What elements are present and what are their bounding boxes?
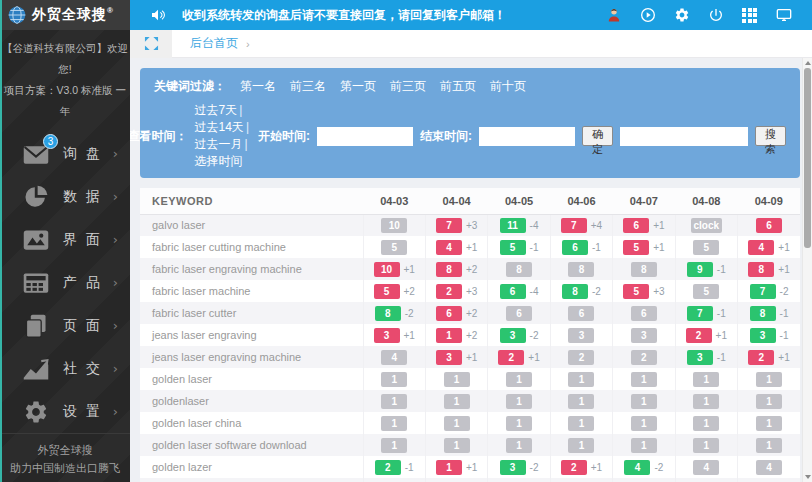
chevron-right-icon: ›	[113, 275, 118, 290]
vertical-scrollbar[interactable]	[802, 58, 812, 482]
rank-change-value: +2	[466, 308, 477, 319]
rank-badge-green: 4	[624, 460, 650, 475]
rank-cell: 8-2	[363, 302, 425, 324]
rank-badge-gray: 1	[756, 372, 782, 387]
time-filter-option[interactable]: 过去7天	[195, 103, 238, 117]
breadcrumb-home-link[interactable]: 后台首页	[190, 35, 238, 52]
rank-change-value: -2	[780, 286, 789, 297]
inquiry-count-badge: 3	[43, 134, 58, 149]
keyword-cell: fabric laser cutter	[140, 302, 363, 324]
rank-badge-gray: 3	[631, 328, 657, 343]
rank-cell: 8-2	[550, 280, 612, 302]
rank-badge-gray: 1	[568, 438, 594, 453]
gear-icon[interactable]	[673, 7, 690, 24]
rank-badge-gray: 10	[381, 218, 407, 233]
rank-badge-gray: 1	[444, 416, 470, 431]
rank-change-value: -4	[530, 286, 539, 297]
rank-change-value: +1	[404, 264, 415, 275]
confirm-button[interactable]: 确定	[582, 126, 613, 146]
sidebar-item-settings[interactable]: 设置 ›	[0, 390, 130, 433]
time-filter-option[interactable]: 选择时间	[195, 154, 243, 168]
rank-cell: 8+2	[425, 258, 487, 280]
keyword-search-input[interactable]	[620, 127, 748, 146]
rank-cell: 3-2	[488, 456, 550, 478]
power-icon[interactable]	[707, 7, 724, 24]
rank-badge-gray: 1	[444, 394, 470, 409]
rank-badge-green: 8	[375, 306, 401, 321]
sidebar-item-product[interactable]: 产品 ›	[0, 261, 130, 304]
rank-badge-gray: 1	[693, 372, 719, 387]
rank-badge-gray: 1	[506, 416, 532, 431]
keyword-cell: fabric laser engraving machine	[140, 258, 363, 280]
keyword-filter-option[interactable]: 前十页	[490, 79, 526, 93]
keyword-filter-label: 关键词过滤：	[154, 78, 226, 95]
keyword-filter-option[interactable]: 前三名	[290, 79, 326, 93]
sidebar-menu: 3 询盘 › 数据 › 界面 ›	[0, 132, 130, 433]
rank-badge-gray: 3	[568, 328, 594, 343]
rank-badge-red: 3	[436, 350, 462, 365]
rank-change-value: -2	[592, 286, 601, 297]
rank-cell: 5+2	[363, 280, 425, 302]
rank-cell: 4	[363, 346, 425, 368]
time-filter-option[interactable]: 过去一月	[195, 137, 243, 151]
rank-badge-red: 2	[436, 284, 462, 299]
rank-cell: 1	[613, 412, 675, 434]
rank-cell: 2-1	[363, 456, 425, 478]
rank-badge-green: 3	[687, 350, 713, 365]
gear-icon	[22, 399, 50, 425]
rank-cell: 1	[425, 390, 487, 412]
rank-cell: 7+4	[550, 214, 612, 236]
sidebar-item-data[interactable]: 数据 ›	[0, 175, 130, 218]
rank-cell: 6	[613, 302, 675, 324]
column-header-date: 04-09	[738, 188, 800, 214]
footer-slogan: 助力中国制造出口腾飞	[0, 459, 130, 477]
keyword-cell: golden laser	[140, 368, 363, 390]
rank-cell: 5	[675, 280, 737, 302]
rank-cell: 8-1	[738, 302, 800, 324]
rank-cell: 6+1	[613, 214, 675, 236]
sidebar-welcome: 【谷道科技有限公司】欢迎您! 项目方案：V3.0 标准版 一年	[0, 30, 130, 132]
monitor-icon[interactable]	[775, 7, 792, 24]
start-time-input[interactable]	[317, 127, 413, 146]
scrollbar-thumb[interactable]	[804, 68, 811, 248]
rank-cell: 5-1	[488, 236, 550, 258]
sidebar-item-social[interactable]: 社交 ›	[0, 347, 130, 390]
company-welcome-text: 【谷道科技有限公司】欢迎您!	[2, 38, 128, 80]
sidebar-item-interface[interactable]: 界面 ›	[0, 218, 130, 261]
keyword-filter-option[interactable]: 前三页	[390, 79, 426, 93]
keyword-filter-option[interactable]: 前五页	[440, 79, 476, 93]
globe-logo-icon	[7, 5, 27, 25]
rank-change-value: -1	[717, 352, 726, 363]
rank-change-value: +1	[716, 330, 727, 341]
time-filter-option[interactable]: 过去14天	[195, 120, 244, 134]
rank-cell: 1	[675, 434, 737, 456]
search-button[interactable]: 搜索	[755, 126, 786, 146]
rank-cell: 1	[425, 478, 487, 482]
table-row: fabric laser machine5+22+36-48-25+357-2	[140, 280, 800, 302]
rank-badge-gray: 5	[693, 240, 719, 255]
rank-change-value: -2	[530, 462, 539, 473]
app-window: 外贸全球搜® 【谷道科技有限公司】欢迎您! 项目方案：V3.0 标准版 一年 3…	[0, 0, 812, 482]
keyword-filter-options: 第一名前三名第一页前三页前五页前十页	[226, 78, 526, 95]
rank-change-value: -2	[530, 330, 539, 341]
keyword-filter-option[interactable]: 第一名	[240, 79, 276, 93]
scroll-down-arrow-icon[interactable]	[805, 475, 811, 479]
end-time-input[interactable]	[479, 127, 575, 146]
rank-badge-red: 5	[623, 284, 649, 299]
play-circle-icon[interactable]	[639, 7, 656, 24]
sidebar-item-label: 数据	[63, 188, 113, 206]
sidebar-item-pages[interactable]: 页面 ›	[0, 304, 130, 347]
sidebar-item-inquiry[interactable]: 3 询盘 ›	[0, 132, 130, 175]
rank-badge-red: 6	[436, 306, 462, 321]
apps-grid-icon[interactable]	[741, 7, 758, 24]
table-row: fabric laser cutter8-26+26667-18-1	[140, 302, 800, 324]
expand-arrows-icon[interactable]	[130, 30, 172, 58]
keyword-filter-option[interactable]: 第一页	[340, 79, 376, 93]
rank-change-value: +1	[404, 330, 415, 341]
rank-change-value: +1	[778, 352, 789, 363]
registered-mark: ®	[107, 6, 114, 15]
scroll-up-arrow-icon[interactable]	[805, 61, 811, 65]
rank-change-value: +1	[778, 242, 789, 253]
rank-badge-red: 10	[374, 262, 400, 277]
user-avatar-icon[interactable]	[605, 7, 622, 24]
